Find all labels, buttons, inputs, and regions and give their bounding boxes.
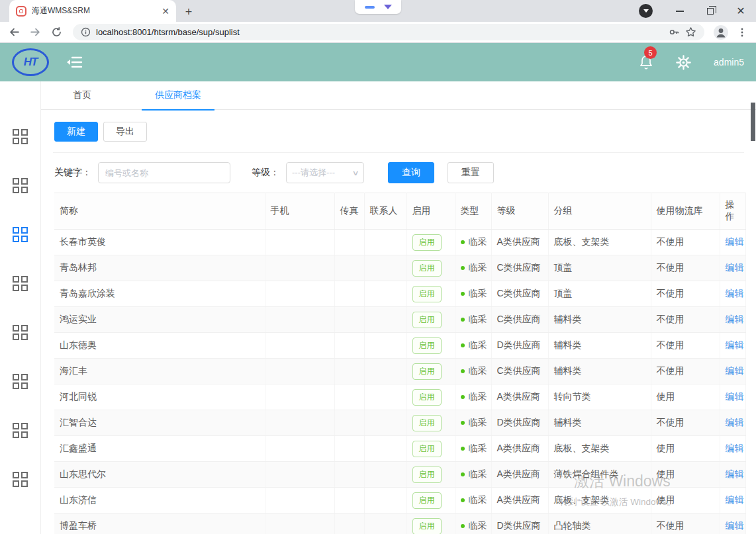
enabled-badge[interactable]: 启用	[412, 441, 442, 457]
level-cell: C类供应商	[491, 255, 548, 281]
column-header: 操作	[720, 193, 745, 230]
recorder-chevron-down-icon[interactable]	[384, 5, 392, 9]
group-cell: 顶盖	[548, 281, 651, 307]
column-header: 使用物流库	[651, 193, 720, 230]
browser-navbar: localhost:8001/htsrm/base/sup/suplist	[0, 22, 756, 43]
contact-cell	[364, 333, 406, 359]
browser-menu-kebab-icon[interactable]	[733, 24, 751, 41]
column-header: 传真	[334, 193, 364, 230]
edit-link[interactable]: 编辑	[726, 417, 744, 427]
sidebar-menu-grid-icon[interactable]	[13, 129, 28, 144]
enabled-cell: 启用	[406, 307, 455, 333]
enabled-badge[interactable]: 启用	[412, 415, 442, 431]
site-favicon-icon	[16, 6, 26, 17]
bookmark-star-icon[interactable]	[685, 26, 696, 38]
enabled-badge[interactable]: 启用	[412, 492, 442, 509]
username-label[interactable]: admin5	[714, 57, 744, 67]
column-header: 等级	[491, 193, 548, 230]
url-bar[interactable]: localhost:8001/htsrm/base/sup/suplist	[73, 24, 704, 40]
fax-cell	[334, 359, 364, 384]
enabled-badge[interactable]: 启用	[412, 467, 442, 483]
export-button[interactable]: 导出	[103, 122, 147, 142]
edit-link[interactable]: 编辑	[726, 262, 744, 273]
type-cell: 临采	[455, 488, 491, 513]
mobile-cell	[265, 436, 334, 462]
new-button[interactable]: 新建	[54, 122, 98, 142]
sidebar-menu-grid-icon[interactable]	[13, 227, 28, 242]
edit-link[interactable]: 编辑	[726, 391, 744, 402]
keyword-input[interactable]	[98, 162, 230, 183]
enabled-badge[interactable]: 启用	[412, 518, 442, 534]
contact-cell	[364, 410, 406, 436]
sidebar-menu-grid-icon[interactable]	[13, 472, 28, 487]
contact-cell	[364, 307, 406, 333]
notification-bell-icon[interactable]: 5	[639, 54, 653, 70]
edit-link[interactable]: 编辑	[726, 365, 744, 376]
browser-tab-strip: 海通WMS&SRM ✕ + ✕	[0, 0, 756, 22]
reset-button[interactable]: 重置	[448, 162, 494, 183]
sidebar-menu-grid-icon[interactable]	[13, 276, 28, 291]
group-cell: 辅料类	[548, 307, 651, 333]
password-key-icon[interactable]	[669, 26, 680, 38]
edit-link[interactable]: 编辑	[726, 443, 744, 453]
edit-link[interactable]: 编辑	[726, 314, 744, 324]
fax-cell	[334, 436, 364, 462]
menu-collapse-icon[interactable]	[66, 55, 83, 69]
tab-home[interactable]: 首页	[60, 81, 105, 110]
sidebar-menu-grid-icon[interactable]	[13, 423, 28, 438]
group-cell: 转向节类	[548, 384, 651, 410]
edit-link[interactable]: 编辑	[726, 339, 744, 350]
contact-cell	[364, 488, 406, 513]
type-cell: 临采	[455, 255, 491, 281]
edit-link[interactable]: 编辑	[726, 288, 744, 298]
window-restore-button[interactable]	[695, 0, 726, 22]
status-dot-icon	[461, 318, 465, 322]
level-cell: D类供应商	[491, 410, 548, 436]
enabled-badge[interactable]: 启用	[412, 260, 442, 277]
notification-count-badge[interactable]: 5	[644, 46, 657, 59]
enabled-badge[interactable]: 启用	[412, 389, 442, 406]
type-cell: 临采	[455, 462, 491, 488]
enabled-badge[interactable]: 启用	[412, 234, 442, 251]
fax-cell	[334, 384, 364, 410]
window-close-button[interactable]: ✕	[726, 0, 756, 22]
edit-link[interactable]: 编辑	[726, 494, 744, 505]
sidebar-menu-grid-icon[interactable]	[13, 374, 28, 389]
profile-avatar[interactable]	[712, 24, 730, 41]
enabled-badge[interactable]: 启用	[412, 312, 442, 328]
recorder-overlay[interactable]	[355, 0, 401, 14]
supplier-name-cell: 鸿运实业	[54, 307, 265, 333]
enabled-cell: 启用	[406, 255, 455, 281]
url-text[interactable]: localhost:8001/htsrm/base/sup/suplist	[96, 27, 663, 37]
fax-cell	[334, 333, 364, 359]
sidebar-menu-grid-icon[interactable]	[13, 178, 28, 193]
page-info-icon[interactable]	[81, 27, 91, 37]
enabled-cell: 启用	[406, 410, 455, 436]
page-scrollbar-thumb[interactable]	[751, 103, 755, 141]
tab-close-icon[interactable]: ✕	[162, 7, 169, 16]
supplier-name-cell: 青岛嘉欣涂装	[54, 281, 265, 307]
back-icon[interactable]	[5, 24, 23, 41]
settings-gear-icon[interactable]	[676, 55, 691, 70]
extension-circle-icon[interactable]	[639, 4, 653, 18]
enabled-badge[interactable]: 启用	[412, 286, 442, 302]
recorder-minimize-icon[interactable]	[365, 6, 375, 9]
type-cell: 临采	[455, 230, 491, 255]
sidebar-menu-grid-icon[interactable]	[13, 325, 28, 340]
enabled-cell: 启用	[406, 281, 455, 307]
table-row: 博盈车桥启用临采D类供应商凸轮轴类不使用编辑	[54, 513, 745, 534]
enabled-badge[interactable]: 启用	[412, 363, 442, 380]
reload-icon[interactable]	[48, 24, 65, 41]
mobile-cell	[265, 255, 334, 281]
enabled-badge[interactable]: 启用	[412, 337, 442, 354]
browser-tab[interactable]: 海通WMS&SRM ✕	[9, 0, 176, 22]
window-minimize-button[interactable]	[665, 0, 695, 22]
edit-link[interactable]: 编辑	[726, 520, 744, 531]
level-select[interactable]: ---请选择--- ∨	[286, 162, 364, 183]
edit-link[interactable]: 编辑	[726, 236, 744, 247]
tab-supplier-archive[interactable]: 供应商档案	[142, 81, 214, 110]
edit-link[interactable]: 编辑	[726, 468, 744, 479]
new-tab-button[interactable]: +	[180, 3, 197, 21]
forward-icon[interactable]	[26, 24, 44, 41]
search-button[interactable]: 查询	[388, 162, 434, 183]
